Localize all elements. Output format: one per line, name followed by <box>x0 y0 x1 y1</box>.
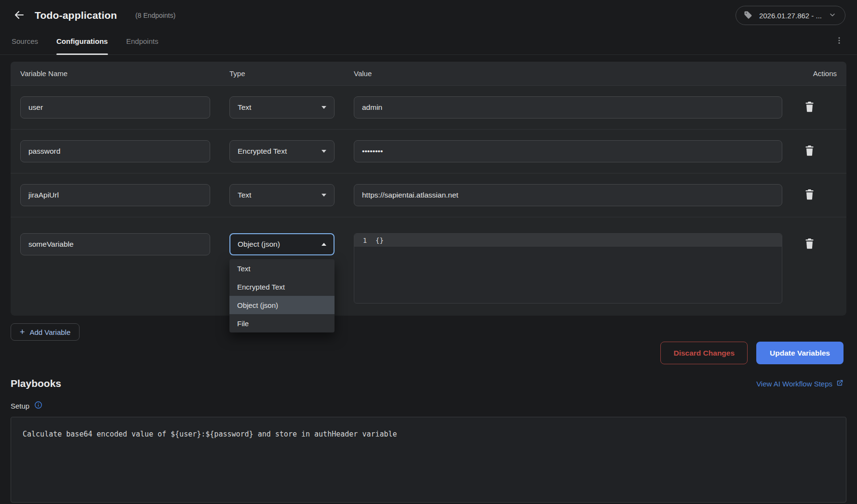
tab-configurations[interactable]: Configurations <box>56 28 108 54</box>
trash-icon <box>804 145 815 158</box>
variable-name-input[interactable]: password <box>20 140 210 162</box>
delete-variable-button[interactable] <box>804 233 815 255</box>
table-row: someVariable Object (json) Text Encrypte… <box>11 217 846 316</box>
variable-name-input[interactable]: someVariable <box>20 233 210 255</box>
endpoints-count: (8 Endpoints) <box>135 12 175 19</box>
caret-up-icon <box>321 243 326 246</box>
add-variable-label: Add Variable <box>30 328 71 336</box>
editor-code: {} <box>375 237 384 244</box>
view-ai-workflow-steps-link[interactable]: View AI Workflow Steps <box>756 379 844 388</box>
type-select-open[interactable]: Object (json) <box>229 233 335 255</box>
kebab-icon <box>835 36 844 46</box>
variable-name-input[interactable]: jiraApiUrl <box>20 184 210 206</box>
value-input[interactable]: admin <box>354 96 782 119</box>
plus-icon: + <box>20 328 25 336</box>
add-variable-button[interactable]: + Add Variable <box>11 323 80 341</box>
caret-down-icon <box>321 106 326 109</box>
back-button[interactable] <box>12 7 27 24</box>
value-input[interactable]: •••••••• <box>354 140 782 162</box>
caret-down-icon <box>321 194 326 197</box>
workflow-link-label: View AI Workflow Steps <box>756 380 832 388</box>
type-select[interactable]: Text <box>229 96 335 119</box>
value-input[interactable]: https://sapientai.atlassian.net <box>354 184 782 206</box>
menu-item-encrypted-text[interactable]: Encrypted Text <box>229 278 335 296</box>
app-header: Todo-application (8 Endpoints) 2026.01.2… <box>0 0 857 28</box>
trash-icon <box>804 189 815 201</box>
menu-item-file[interactable]: File <box>229 314 335 332</box>
tag-icon <box>744 11 752 21</box>
type-dropdown-menu: Text Encrypted Text Object (json) File <box>229 259 335 332</box>
more-options-button[interactable] <box>833 34 845 48</box>
type-select-value: Encrypted Text <box>238 147 287 156</box>
column-variable-name: Variable Name <box>20 69 229 78</box>
table-row: jiraApiUrl Text https://sapientai.atlass… <box>11 173 846 217</box>
trash-icon <box>804 101 815 114</box>
setup-playbook-textarea[interactable]: Calculate base64 encoded value of ${user… <box>11 417 846 503</box>
delete-variable-button[interactable] <box>804 140 815 162</box>
discard-changes-button[interactable]: Discard Changes <box>660 342 748 364</box>
type-select-value: Text <box>238 103 251 112</box>
menu-item-object-json[interactable]: Object (json) <box>229 296 335 314</box>
info-icon[interactable] <box>34 401 42 411</box>
table-row: user Text admin <box>11 86 846 130</box>
type-select[interactable]: Text <box>229 184 335 206</box>
update-variables-button[interactable]: Update Variables <box>756 342 844 364</box>
delete-variable-button[interactable] <box>804 96 815 119</box>
editor-active-line: 1 {} <box>354 234 782 247</box>
type-select[interactable]: Encrypted Text <box>229 140 335 162</box>
setup-label: Setup <box>11 402 29 410</box>
column-actions: Actions <box>782 69 837 78</box>
column-value: Value <box>354 69 782 78</box>
table-row: password Encrypted Text •••••••• <box>11 130 846 173</box>
delete-variable-button[interactable] <box>804 184 815 206</box>
menu-item-text[interactable]: Text <box>229 259 335 278</box>
setup-playbook-text: Calculate base64 encoded value of ${user… <box>23 430 397 438</box>
type-select-value: Object (json) <box>238 240 280 249</box>
caret-down-icon <box>321 150 326 153</box>
playbooks-heading: Playbooks <box>11 378 61 389</box>
variable-name-input[interactable]: user <box>20 96 210 119</box>
tab-endpoints[interactable]: Endpoints <box>126 28 159 54</box>
variables-table: Variable Name Type Value Actions user Te… <box>11 62 846 316</box>
json-value-editor[interactable]: 1 {} <box>354 233 782 304</box>
page-title: Todo-application <box>35 10 117 21</box>
tab-bar: Sources Configurations Endpoints <box>0 28 857 55</box>
type-select-value: Text <box>238 191 251 199</box>
version-selector[interactable]: 2026.01.27.862 - ... <box>736 6 845 25</box>
trash-icon <box>804 238 815 251</box>
editor-line-number: 1 <box>354 237 375 244</box>
table-header-row: Variable Name Type Value Actions <box>11 62 846 86</box>
chevron-down-icon <box>829 11 836 20</box>
external-link-icon <box>836 379 844 388</box>
tab-sources[interactable]: Sources <box>12 28 38 54</box>
version-label: 2026.01.27.862 - ... <box>759 12 822 20</box>
back-arrow-icon <box>13 9 25 22</box>
column-type: Type <box>229 69 354 78</box>
